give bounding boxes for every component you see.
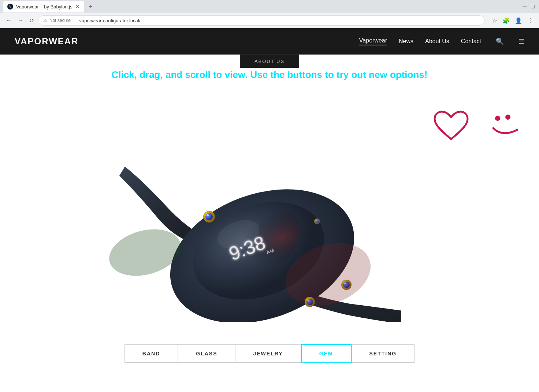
- svg-point-16: [315, 220, 319, 223]
- extension-puzzle-icon[interactable]: 🧩: [501, 16, 511, 26]
- profile-icon[interactable]: 👤: [513, 16, 524, 26]
- site-logo[interactable]: VAPORWEAR: [15, 36, 78, 46]
- maximize-button[interactable]: □: [529, 2, 536, 11]
- window-controls: ─ □: [521, 2, 536, 11]
- site-main: Click, drag, and scroll to view. Use the…: [0, 55, 539, 374]
- browser-tabs: V Vaporwear – by Babylon.js ✕ + ─ □: [0, 0, 539, 13]
- back-button[interactable]: ←: [4, 16, 13, 25]
- heart-doodle: [433, 110, 469, 148]
- settings-icon[interactable]: ⋮: [526, 16, 535, 26]
- nav-item-vaporwear[interactable]: Vaporwear: [359, 37, 387, 45]
- svg-point-20: [505, 115, 510, 120]
- browser-action-buttons: ☆ 🧩 👤 ⋮: [491, 16, 535, 26]
- menu-icon[interactable]: ☰: [518, 37, 524, 45]
- site-nav: Vaporwear News About Us Contact 🔍 ☰: [359, 37, 524, 45]
- site-header: VAPORWEAR Vaporwear News About Us Contac…: [0, 28, 539, 55]
- search-icon[interactable]: 🔍: [496, 37, 504, 45]
- browser-chrome: V Vaporwear – by Babylon.js ✕ + ─ □ ← → …: [0, 0, 539, 28]
- bookmark-icon[interactable]: ☆: [491, 16, 499, 26]
- svg-point-7: [205, 213, 213, 220]
- reload-button[interactable]: ↺: [28, 16, 36, 26]
- svg-point-8: [207, 214, 209, 216]
- new-tab-button[interactable]: +: [86, 1, 96, 12]
- svg-point-19: [495, 116, 500, 121]
- tab-close-button[interactable]: ✕: [75, 4, 80, 10]
- tab-favicon: V: [7, 4, 13, 10]
- security-label: Not secure: [49, 18, 71, 23]
- security-warning-icon: ⚠: [43, 18, 47, 23]
- url-separator: |: [74, 18, 75, 23]
- about-us-dropdown: ABOUT US: [240, 55, 299, 68]
- minimize-button[interactable]: ─: [521, 2, 528, 11]
- tab-setting[interactable]: SETTING: [352, 344, 415, 363]
- smiley-doodle: [490, 112, 521, 143]
- nav-item-contact[interactable]: Contact: [461, 38, 481, 45]
- tab-glass[interactable]: GLASS: [178, 344, 235, 363]
- forward-button[interactable]: →: [16, 16, 25, 25]
- nav-item-news[interactable]: News: [399, 38, 413, 45]
- tab-title: Vaporwear – by Babylon.js: [16, 4, 73, 10]
- tab-gem[interactable]: GEM: [301, 344, 352, 363]
- configurator-tabs: BAND GLASS JEWELRY GEM SETTING: [0, 337, 539, 374]
- watch-3d-render[interactable]: 9:38 AM: [72, 102, 401, 322]
- product-display[interactable]: 9:38 AM: [0, 88, 539, 337]
- tab-band[interactable]: BAND: [124, 344, 178, 363]
- address-bar[interactable]: ⚠ Not secure | vaporwear-configurator.lo…: [38, 15, 485, 26]
- tab-jewelry[interactable]: JEWELRY: [235, 344, 301, 363]
- url-display: vaporwear-configurator.local/: [79, 18, 140, 23]
- browser-address-bar: ← → ↺ ⚠ Not secure | vaporwear-configura…: [0, 13, 539, 28]
- nav-item-about-us[interactable]: About Us: [425, 38, 449, 45]
- browser-tab[interactable]: V Vaporwear – by Babylon.js ✕: [3, 1, 84, 12]
